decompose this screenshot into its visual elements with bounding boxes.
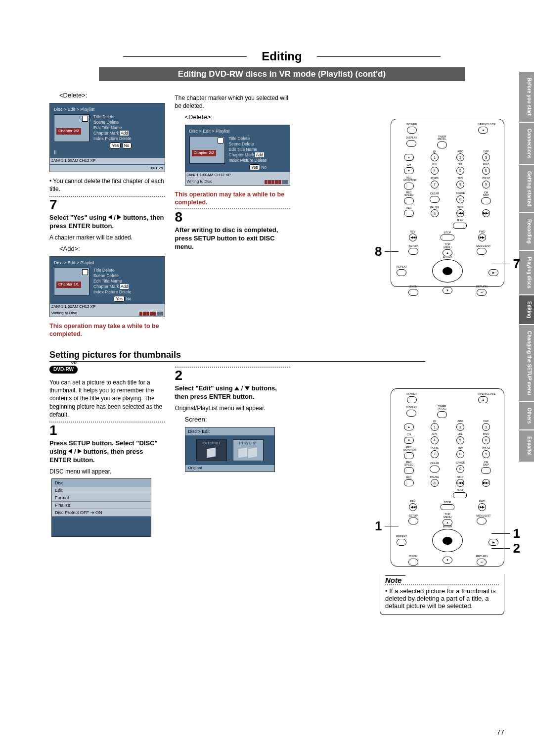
ch-down-button: ▼ xyxy=(404,437,414,444)
stop-button xyxy=(441,504,454,510)
ch-down-button: ▼ xyxy=(404,167,414,174)
rec-monitor-button xyxy=(404,452,414,459)
playlist-thumbnail: PlayList xyxy=(233,439,264,461)
menulist-button xyxy=(477,518,487,524)
pointer-1-left: 1 xyxy=(375,519,382,534)
osd-menu-item: Scene Delete xyxy=(229,142,267,147)
cm-skip-button xyxy=(481,467,491,474)
section-thumbnails: Setting pictures for thumbnails DVD-RW Y… xyxy=(49,350,425,542)
timer-button xyxy=(437,142,447,148)
osd-breadcrumb: Disc > Edit > Playlist xyxy=(54,106,161,112)
ch-up-button: ▲ xyxy=(404,154,414,161)
osd-delete-confirm: Disc > Edit > Playlist Chapter 2/2 Title… xyxy=(49,103,165,173)
disc-menu-osd: Disc Edit Format Finalize Disc Protect O… xyxy=(51,478,151,537)
original-thumbnail: Original xyxy=(196,439,227,461)
osd-progress: Writing to Disc xyxy=(50,310,165,317)
power-button xyxy=(407,127,417,134)
skip-fwd-button: ▶▶I xyxy=(482,479,490,487)
digit-2-button: 2 xyxy=(456,153,464,161)
step-7-instruction: Select "Yes" using / buttons, then press… xyxy=(49,214,165,231)
tab-connections: Connections xyxy=(519,123,534,165)
digit-1-button: 1 xyxy=(431,423,439,431)
down-arrow-icon xyxy=(245,386,250,390)
digit-4-button: 4 xyxy=(431,167,439,175)
digit-7-button: 7 xyxy=(431,181,439,189)
osd-menu-item: Scene Delete xyxy=(93,273,132,279)
digit-4-button: 4 xyxy=(431,436,439,444)
remote-diagram-bottom: POWER OPEN/CLOSE▲ DISPLAY TIMER PROG. ▲ … xyxy=(391,388,504,567)
scene-badge-icon xyxy=(82,116,88,122)
rec-speed-button xyxy=(404,197,414,204)
note-callout: Note • If a selected picture for a thumb… xyxy=(380,574,504,615)
digit-0-button: 0 xyxy=(456,465,464,473)
left-arrow-icon xyxy=(108,215,112,220)
osd-menu-item: Chapter Mark Add xyxy=(93,131,132,136)
column-left: <Delete>: Disc > Edit > Playlist Chapter… xyxy=(49,91,165,338)
osd-menu-item: Title Delete xyxy=(229,136,267,142)
digit-2-button: 2 xyxy=(456,423,464,431)
divider xyxy=(175,367,291,368)
play-button xyxy=(453,492,467,498)
skip-back-button: I◀◀ xyxy=(456,479,464,487)
return-button: ↩ xyxy=(477,559,487,566)
pointer-line xyxy=(491,533,510,534)
step-2-instruction: Select "Edit" using / buttons, then pres… xyxy=(175,384,291,401)
note-title: Note xyxy=(385,575,405,584)
osd-menu-item: Edit Title Name xyxy=(93,279,132,284)
osd-menu: Title Delete Scene Delete Edit Title Nam… xyxy=(93,114,132,148)
progress-bar xyxy=(265,180,288,184)
pointer-line xyxy=(385,251,399,252)
progress-bar xyxy=(139,312,163,316)
openclose-button: ▲ xyxy=(478,396,488,403)
left-arrow-icon xyxy=(68,449,72,454)
clear-button xyxy=(430,466,440,472)
play-button xyxy=(453,223,467,229)
pointer-line xyxy=(491,264,510,264)
osd-menu-item: Index Picture Delete xyxy=(93,289,132,295)
skip-back-button: I◀◀ xyxy=(456,209,464,217)
scene-badge-icon xyxy=(82,269,88,275)
osd-status: JAN/ 1 1:00AM CH12 XP xyxy=(185,172,290,179)
digit-6-button: 6 xyxy=(482,167,490,175)
osd-preview: Chapter 1/1 xyxy=(54,268,89,295)
setup-button xyxy=(408,248,418,255)
stop-button xyxy=(441,235,454,240)
digit-6-button: 6 xyxy=(482,436,490,444)
page-subtitle: Editing DVD-RW discs in VR mode (Playlis… xyxy=(99,67,465,81)
step-7-body: A chapter marker will be added. xyxy=(49,234,165,241)
osd-preview: Chapter 2/2 xyxy=(54,114,89,142)
chapter-badge: Chapter 2/2 xyxy=(192,150,217,156)
osd-footer: Original xyxy=(185,465,274,472)
tab-others: Others xyxy=(519,402,534,429)
osd-add-writing: Disc > Edit > Playlist Chapter 1/1 Title… xyxy=(49,256,165,317)
pause-button: II xyxy=(431,479,439,487)
page-number: 77 xyxy=(496,728,504,736)
add-label: <Add>: xyxy=(59,244,165,253)
section-title: Setting pictures for thumbnails xyxy=(49,350,425,362)
disc-menu-item: Edit xyxy=(52,487,151,494)
disc-menu-item: Format xyxy=(52,494,151,502)
tab-playing-discs: Playing discs xyxy=(519,251,534,294)
divider xyxy=(385,584,499,585)
tab-editing: Editing xyxy=(519,295,534,324)
operation-warning: This operation may take a while to be co… xyxy=(49,322,165,338)
no-button: No xyxy=(122,142,132,148)
osd-menu-item: Chapter Mark Add xyxy=(229,152,267,158)
operation-warning: This operation may take a while to be co… xyxy=(175,190,291,207)
column-middle: The chapter marker which you selected wi… xyxy=(175,91,291,338)
openclose-button: ▲ xyxy=(478,127,488,134)
osd-menu-item: Index Picture Delete xyxy=(229,158,267,163)
osd-original-playlist: Disc > Edit Original PlayList Original xyxy=(185,427,275,472)
pointer-2-right: 2 xyxy=(513,541,520,556)
remote-diagram-top: POWER OPEN/CLOSE▲ DISPLAY TIMER PROG. ▲ … xyxy=(391,119,504,287)
rec-button xyxy=(404,479,414,486)
disc-menu-header: Disc xyxy=(52,479,151,487)
ch-up-button: ▲ xyxy=(404,424,414,430)
fwd-button: ▶▶ xyxy=(478,234,486,241)
digit-5-button: 5 xyxy=(456,167,464,175)
column-middle-2: 2 Select "Edit" using / buttons, then pr… xyxy=(175,365,291,542)
digit-7-button: 7 xyxy=(431,450,439,458)
zoom-button xyxy=(408,559,418,566)
repeat-button xyxy=(397,269,406,276)
delete-label: <Delete>: xyxy=(59,91,165,100)
